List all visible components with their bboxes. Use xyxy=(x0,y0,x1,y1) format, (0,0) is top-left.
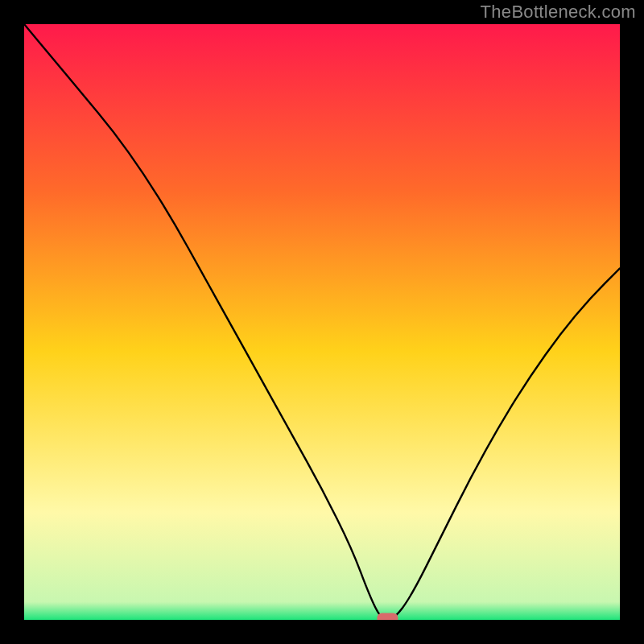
gradient-background xyxy=(24,24,620,620)
bottleneck-chart xyxy=(24,24,620,620)
plot-area xyxy=(24,24,620,620)
chart-frame: TheBottleneck.com xyxy=(0,0,644,644)
watermark-text: TheBottleneck.com xyxy=(481,2,636,23)
optimal-marker xyxy=(377,613,398,621)
